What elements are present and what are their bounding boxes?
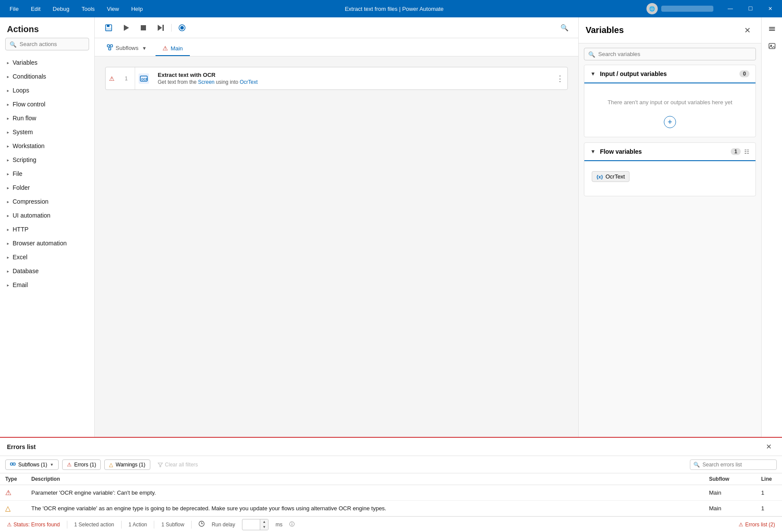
errors-close-button[interactable]: ✕ (762, 441, 775, 453)
action-item-label: Browser automation (13, 240, 67, 247)
chevron-icon: ▸ (7, 88, 9, 93)
errors-list-link-icon: ⚠ (739, 522, 743, 528)
spinner-up-button[interactable]: ▲ (260, 519, 268, 525)
svg-point-8 (180, 26, 184, 30)
add-variable-button[interactable]: + (590, 116, 749, 128)
menu-edit[interactable]: Edit (25, 3, 46, 15)
error-line-cell: 1 (756, 485, 782, 501)
input-output-section-body: There aren't any input or output variabl… (584, 83, 755, 137)
menu-file[interactable]: File (3, 3, 25, 15)
input-output-section-header[interactable]: ▼ Input / output variables 0 (584, 65, 755, 83)
chevron-icon: ▸ (7, 116, 9, 121)
action-item-scripting[interactable]: ▸ Scripting (0, 153, 94, 167)
flow-variables-section-header[interactable]: ▼ Flow variables 1 ☷ (584, 143, 755, 161)
user-area: 🌐 (640, 3, 720, 14)
app-title: Extract text from files | Power Automate (149, 6, 640, 12)
menu-tools[interactable]: Tools (76, 3, 101, 15)
variables-body: ▼ Input / output variables 0 There aren'… (579, 65, 761, 437)
action-item-browser-automation[interactable]: ▸ Browser automation (0, 236, 94, 250)
close-button[interactable]: ✕ (760, 0, 780, 17)
action-item-flow-control[interactable]: ▸ Flow control (0, 97, 94, 111)
variables-search-icon: 🔍 (588, 51, 595, 57)
action-item-excel[interactable]: ▸ Excel (0, 250, 94, 264)
action-more-button[interactable]: ⋮ (553, 67, 567, 89)
main-content: Actions 🔍 ▸ Variables ▸ Conditionals ▸ L… (0, 17, 782, 437)
main-tab-error-icon: ⚠ (162, 45, 168, 52)
screen-link[interactable]: Screen (198, 79, 215, 85)
errors-filter-button[interactable]: ⚠ Errors (1) (62, 459, 101, 470)
warning-row-1[interactable]: △ The 'OCR engine variable' as an engine… (0, 501, 782, 516)
action-item-conditionals[interactable]: ▸ Conditionals (0, 69, 94, 83)
errors-search-input[interactable] (690, 459, 777, 470)
chevron-icon: ▸ (7, 283, 9, 287)
empty-variables-text: There aren't any input or output variabl… (590, 92, 749, 112)
menu-help[interactable]: Help (125, 3, 149, 15)
action-item-label: Run flow (13, 115, 36, 122)
action-item-http[interactable]: ▸ HTTP (0, 222, 94, 236)
subflows-chevron-icon[interactable]: ▼ (142, 46, 147, 51)
menu-view[interactable]: View (101, 3, 125, 15)
error-row-1[interactable]: ⚠ Parameter 'OCR engine variable': Can't… (0, 485, 782, 501)
run-delay-unit: ms (275, 522, 282, 528)
play-button[interactable] (119, 21, 133, 35)
section-title: Input / output variables (600, 70, 739, 77)
action-item-database[interactable]: ▸ Database (0, 264, 94, 278)
toolbar-separator (171, 24, 172, 32)
flow-count-badge: 1 (731, 148, 741, 155)
ocr-action-icon: OCR (139, 73, 149, 84)
flow-variables-body: {x} OcrText (584, 161, 755, 196)
action-item-ui-automation[interactable]: ▸ UI automation (0, 208, 94, 222)
svg-marker-21 (158, 463, 162, 467)
canvas-content[interactable]: ⚠ 1 OCR Extract text with OCR (95, 56, 578, 437)
title-bar-menus: File Edit Debug Tools View Help (0, 3, 149, 15)
svg-rect-2 (106, 28, 111, 30)
status-separator-3 (154, 521, 154, 529)
action-item-compression[interactable]: ▸ Compression (0, 195, 94, 208)
right-icons-panel (761, 17, 782, 437)
action-item-system[interactable]: ▸ System (0, 125, 94, 139)
tab-main[interactable]: ⚠ Main (156, 41, 190, 56)
variables-close-button[interactable]: ✕ (741, 24, 754, 37)
error-indicator: ⚠ (106, 67, 118, 89)
tab-subflows[interactable]: Subflows ▼ (100, 41, 154, 56)
record-button[interactable] (175, 21, 189, 35)
action-item-email[interactable]: ▸ Email (0, 278, 94, 292)
image-icon-button[interactable] (764, 38, 780, 54)
action-item-file[interactable]: ▸ File (0, 167, 94, 181)
flow-variables-filter-icon[interactable]: ☷ (744, 149, 749, 155)
errors-list-link[interactable]: ⚠ Errors list (2) (739, 522, 775, 528)
canvas-search-button[interactable]: 🔍 (557, 21, 571, 35)
minimize-button[interactable]: — (720, 0, 740, 17)
action-item-loops[interactable]: ▸ Loops (0, 83, 94, 97)
action-item-variables[interactable]: ▸ Variables (0, 56, 94, 69)
subflows-icon (107, 44, 113, 52)
actions-search-input[interactable] (5, 38, 89, 50)
action-item-workstation[interactable]: ▸ Workstation (0, 139, 94, 153)
maximize-button[interactable]: ☐ (740, 0, 760, 17)
action-item-folder[interactable]: ▸ Folder (0, 181, 94, 195)
clear-filters-label: Clear all filters (165, 462, 198, 468)
action-icon-area: OCR (135, 67, 152, 89)
action-count: 1 Action (129, 522, 147, 528)
variables-search-input[interactable] (584, 48, 756, 60)
ocrtext-link[interactable]: OcrText (240, 79, 258, 85)
spinner-down-button[interactable]: ▼ (260, 525, 268, 530)
user-name (661, 6, 713, 12)
add-icon: + (664, 116, 676, 128)
error-desc-cell: Parameter 'OCR engine variable': Can't b… (26, 485, 704, 501)
subflows-filter-button[interactable]: Subflows (1) ▼ (5, 459, 59, 470)
action-item-label: UI automation (13, 212, 50, 219)
run-delay-spinner: 100 ▲ ▼ (242, 519, 268, 530)
run-delay-input[interactable]: 100 (242, 521, 260, 529)
clear-filters-button[interactable]: Clear all filters (154, 460, 202, 469)
save-button[interactable] (102, 21, 116, 35)
action-item-run-flow[interactable]: ▸ Run flow (0, 111, 94, 125)
warnings-filter-button[interactable]: △ Warnings (1) (104, 459, 150, 470)
step-button[interactable] (154, 21, 168, 35)
menu-debug[interactable]: Debug (46, 3, 75, 15)
actions-title: Actions (0, 17, 94, 38)
action-card-1[interactable]: ⚠ 1 OCR Extract text with OCR (105, 67, 568, 90)
variable-chip-ocrtext[interactable]: {x} OcrText (592, 171, 630, 182)
stop-button[interactable] (136, 21, 150, 35)
layers-icon-button[interactable] (764, 21, 780, 36)
